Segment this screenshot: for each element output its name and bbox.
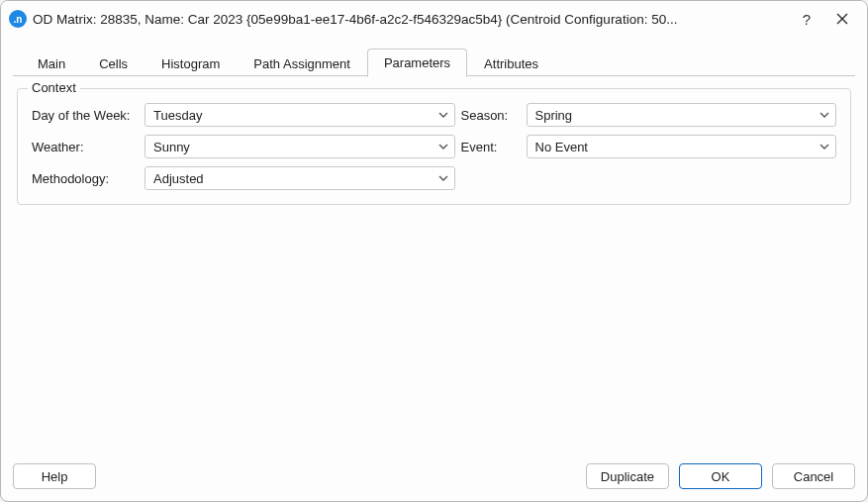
close-button[interactable] bbox=[827, 5, 857, 33]
season-combo[interactable]: Spring bbox=[527, 103, 837, 127]
chevron-down-icon bbox=[438, 144, 448, 150]
context-fieldset: Context Day of the Week: Tuesday Season:… bbox=[17, 88, 851, 205]
day-of-week-label: Day of the Week: bbox=[32, 108, 139, 123]
event-combo[interactable]: No Event bbox=[527, 135, 837, 158]
fieldset-legend: Context bbox=[28, 80, 80, 95]
duplicate-button[interactable]: Duplicate bbox=[586, 463, 669, 489]
help-button[interactable]: Help bbox=[13, 463, 96, 489]
tab-attributes[interactable]: Attributes bbox=[467, 50, 555, 77]
day-of-week-value: Tuesday bbox=[153, 108, 202, 123]
tab-histogram[interactable]: Histogram bbox=[145, 50, 237, 77]
event-label: Event: bbox=[461, 140, 521, 154]
tab-path-assignment[interactable]: Path Assignment bbox=[237, 50, 367, 77]
dialog-footer: Help Duplicate OK Cancel bbox=[13, 457, 855, 489]
chevron-down-icon bbox=[438, 112, 448, 118]
methodology-combo[interactable]: Adjusted bbox=[145, 166, 455, 190]
titlebar: .n OD Matrix: 28835, Name: Car 2023 {05e… bbox=[1, 1, 867, 37]
context-form: Day of the Week: Tuesday Season: Spring bbox=[32, 103, 836, 190]
tab-parameters[interactable]: Parameters bbox=[367, 49, 467, 77]
weather-label: Weather: bbox=[32, 140, 139, 154]
cancel-button[interactable]: Cancel bbox=[772, 463, 855, 489]
tab-bar: Main Cells Histogram Path Assignment Par… bbox=[13, 45, 855, 76]
weather-combo[interactable]: Sunny bbox=[145, 135, 455, 158]
chevron-down-icon bbox=[820, 144, 829, 150]
weather-value: Sunny bbox=[153, 140, 190, 154]
tab-cells[interactable]: Cells bbox=[82, 50, 145, 77]
methodology-label: Methodology: bbox=[32, 171, 139, 186]
dialog-window: .n OD Matrix: 28835, Name: Car 2023 {05e… bbox=[0, 0, 868, 502]
ok-button[interactable]: OK bbox=[679, 463, 762, 489]
day-of-week-combo[interactable]: Tuesday bbox=[145, 103, 455, 127]
tab-main[interactable]: Main bbox=[21, 50, 82, 77]
season-label: Season: bbox=[461, 108, 521, 123]
close-icon bbox=[836, 13, 848, 25]
window-title: OD Matrix: 28835, Name: Car 2023 {05e99b… bbox=[33, 12, 786, 27]
season-value: Spring bbox=[535, 108, 573, 123]
help-titlebar-button[interactable]: ? bbox=[792, 5, 821, 33]
app-icon: .n bbox=[9, 10, 27, 28]
chevron-down-icon bbox=[820, 112, 829, 118]
tab-panel-parameters: Context Day of the Week: Tuesday Season:… bbox=[13, 76, 855, 457]
dialog-body: Main Cells Histogram Path Assignment Par… bbox=[1, 37, 867, 501]
methodology-value: Adjusted bbox=[153, 171, 204, 186]
chevron-down-icon bbox=[438, 175, 448, 181]
event-value: No Event bbox=[535, 140, 588, 154]
